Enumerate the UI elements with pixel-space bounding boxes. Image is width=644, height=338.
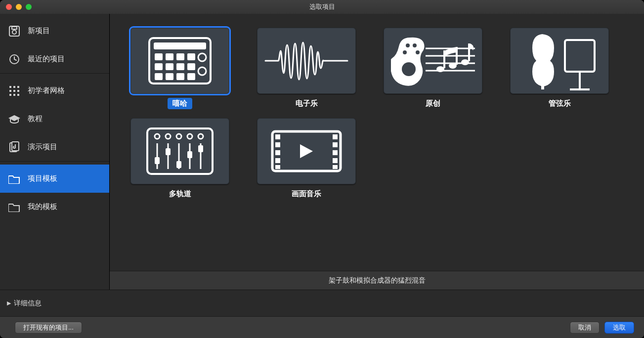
template-label: 管弦乐 [544,98,576,109]
sidebar-item-starter[interactable]: 初学者网格 [0,77,109,105]
sidebar-item-label: 项目模板 [28,174,57,183]
template-card-multitrack[interactable]: 多轨道 [117,118,243,200]
template-thumb[interactable] [384,28,482,94]
violin-stand-icon [517,31,601,90]
template-thumb[interactable] [130,28,229,94]
svg-rect-42 [541,84,544,89]
svg-rect-20 [187,53,195,60]
svg-point-29 [198,53,206,61]
close-icon[interactable] [6,4,12,10]
template-thumb[interactable] [510,28,609,94]
sidebar: 新项目 最近的项目 [0,14,110,290]
svg-rect-12 [17,94,19,96]
svg-rect-67 [275,165,280,169]
svg-point-39 [461,59,469,65]
sidebar-item-label: 教程 [28,114,43,124]
button-label: 打开现有的项目... [23,323,74,332]
sidebar-item-new-project[interactable]: 新项目 [0,17,109,45]
svg-rect-22 [166,63,173,70]
svg-point-47 [155,134,160,139]
sidebar-item-tutorials[interactable]: 教程 [0,105,109,133]
template-thumb[interactable] [257,118,356,184]
svg-rect-27 [176,73,184,80]
button-label: 取消 [578,323,591,332]
open-existing-button[interactable]: 打开现有的项目... [15,322,82,334]
chevron-right-icon: ▶ [7,300,11,306]
svg-rect-65 [275,150,280,155]
svg-rect-72 [333,165,338,169]
svg-rect-11 [13,94,15,96]
minimize-icon[interactable] [16,4,22,10]
svg-rect-19 [176,53,184,60]
sidebar-item-recent[interactable]: 最近的项目 [0,45,109,73]
svg-rect-9 [17,90,19,92]
template-description: 架子鼓和模拟合成器的猛烈混音 [110,271,644,290]
detail-label: 详细信息 [14,299,42,308]
clock-icon [8,53,21,66]
zoom-icon[interactable] [26,4,32,10]
svg-rect-25 [155,73,163,80]
svg-rect-16 [154,42,206,49]
svg-rect-24 [187,63,195,70]
sidebar-item-project-templates[interactable]: 项目模板 [0,165,109,193]
titlebar: 选取项目 [0,0,644,14]
sidebar-item-label: 新项目 [28,26,50,36]
detail-disclosure[interactable]: ▶ 详细信息 [0,290,644,316]
sidebar-item-label: 最近的项目 [28,54,65,64]
svg-point-48 [166,134,171,139]
svg-point-35 [436,66,444,72]
waveform-icon [264,41,348,81]
svg-marker-73 [300,144,313,158]
svg-rect-17 [155,53,163,60]
svg-rect-26 [166,73,173,80]
svg-rect-70 [333,150,338,155]
graduation-cap-icon [8,113,21,126]
template-thumb[interactable] [257,28,356,94]
template-card-orchestral[interactable]: 管弦乐 [496,28,623,109]
template-label: 画面音乐 [287,188,326,200]
svg-rect-5 [13,86,15,88]
music-doc-icon [8,141,21,154]
disk-icon [8,25,21,38]
cancel-button[interactable]: 取消 [570,322,600,334]
svg-rect-43 [565,40,595,72]
svg-point-1 [12,30,16,34]
mixer-icon [145,127,215,176]
sidebar-item-my-templates[interactable]: 我的模板 [0,193,109,221]
svg-rect-36 [443,50,445,68]
svg-point-49 [176,134,181,139]
template-card-scoring[interactable]: 画面音乐 [243,118,370,200]
svg-point-51 [198,134,203,139]
svg-rect-71 [333,158,338,163]
svg-rect-57 [155,157,160,164]
template-card-electronic[interactable]: 电子乐 [243,28,370,109]
svg-rect-18 [166,53,173,60]
template-grid: 嘻哈 电子乐 [110,14,644,271]
template-thumb[interactable] [130,118,229,184]
window-title: 选取项目 [309,2,335,11]
svg-rect-8 [13,90,15,92]
template-label: 嘻哈 [168,98,192,109]
sidebar-item-label: 初学者网格 [28,86,65,95]
template-label: 电子乐 [291,98,323,109]
svg-rect-4 [9,86,11,88]
template-card-songwriter[interactable]: 原创 [370,28,496,109]
svg-rect-7 [9,90,11,92]
svg-rect-2 [12,27,17,29]
svg-rect-58 [166,148,171,155]
svg-point-41 [402,62,416,76]
svg-rect-60 [187,151,192,158]
svg-rect-28 [187,73,195,80]
guitar-notes-icon [391,34,475,88]
svg-rect-59 [176,161,181,168]
template-card-hiphop[interactable]: 嘻哈 [117,28,243,109]
svg-rect-40 [468,43,470,61]
svg-rect-10 [9,94,11,96]
choose-button[interactable]: 选取 [604,322,634,334]
svg-rect-63 [275,134,280,139]
folder-icon [8,201,21,213]
template-label: 多轨道 [164,188,196,200]
svg-rect-68 [333,134,338,139]
sidebar-item-demo[interactable]: 演示项目 [0,133,109,161]
template-label: 原创 [421,98,445,109]
